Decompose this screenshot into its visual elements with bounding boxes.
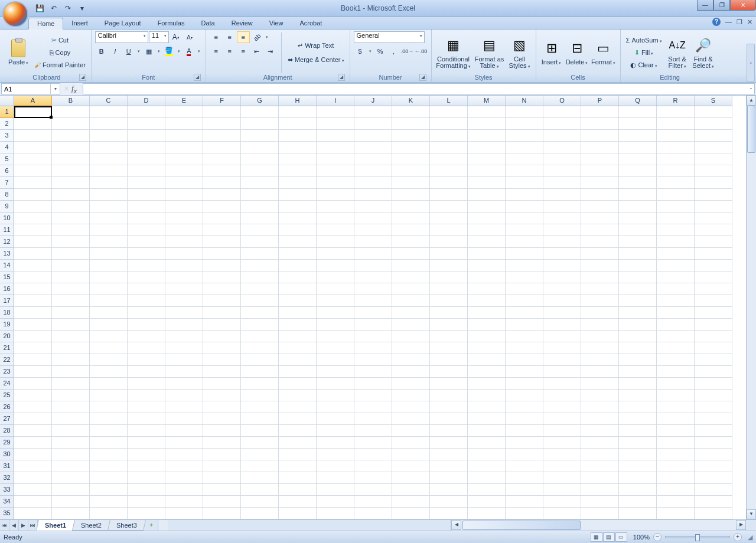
cell[interactable] bbox=[90, 342, 128, 354]
cell[interactable] bbox=[506, 378, 543, 390]
cell[interactable] bbox=[468, 177, 506, 189]
cell[interactable] bbox=[619, 177, 657, 189]
cell[interactable] bbox=[354, 484, 392, 496]
formula-bar[interactable]: ⌄ bbox=[83, 83, 755, 94]
cell[interactable] bbox=[128, 366, 165, 378]
cell[interactable] bbox=[695, 142, 732, 153]
row-header[interactable]: 15 bbox=[0, 272, 14, 283]
cell[interactable] bbox=[543, 189, 581, 201]
cell[interactable] bbox=[14, 142, 52, 153]
fill-color-dropdown[interactable]: ▾ bbox=[176, 49, 182, 54]
cell[interactable] bbox=[619, 260, 657, 272]
cell[interactable] bbox=[354, 472, 392, 484]
cell[interactable] bbox=[619, 212, 657, 224]
cell[interactable] bbox=[354, 272, 392, 283]
cell[interactable] bbox=[430, 508, 468, 519]
cell[interactable] bbox=[165, 212, 203, 224]
cell[interactable] bbox=[506, 118, 543, 130]
cell[interactable] bbox=[279, 189, 317, 201]
insert-sheet-button[interactable]: ✦ bbox=[145, 520, 158, 531]
cell[interactable] bbox=[52, 484, 90, 496]
scroll-up-button[interactable]: ▲ bbox=[747, 96, 756, 106]
cell[interactable] bbox=[14, 248, 52, 260]
cell[interactable] bbox=[430, 331, 468, 342]
cell[interactable] bbox=[52, 366, 90, 378]
cell[interactable] bbox=[354, 390, 392, 401]
cell[interactable] bbox=[543, 153, 581, 165]
cell[interactable] bbox=[14, 189, 52, 201]
cell[interactable] bbox=[392, 236, 430, 248]
cell[interactable] bbox=[279, 224, 317, 236]
cell[interactable] bbox=[581, 130, 619, 142]
cell[interactable] bbox=[165, 153, 203, 165]
cell[interactable] bbox=[90, 248, 128, 260]
row-header[interactable]: 4 bbox=[0, 142, 14, 153]
cell[interactable] bbox=[581, 236, 619, 248]
column-header[interactable]: I bbox=[317, 96, 354, 106]
cell[interactable] bbox=[468, 260, 506, 272]
cell[interactable] bbox=[657, 437, 695, 449]
cell[interactable] bbox=[52, 272, 90, 283]
cell[interactable] bbox=[506, 260, 543, 272]
cell[interactable] bbox=[203, 425, 241, 437]
cell[interactable] bbox=[430, 413, 468, 425]
cell[interactable] bbox=[657, 224, 695, 236]
cell[interactable] bbox=[392, 484, 430, 496]
cell[interactable] bbox=[128, 118, 165, 130]
cell[interactable] bbox=[543, 260, 581, 272]
cell[interactable] bbox=[392, 130, 430, 142]
cell[interactable] bbox=[354, 354, 392, 366]
cell[interactable] bbox=[657, 212, 695, 224]
column-header[interactable]: N bbox=[506, 96, 543, 106]
row-header[interactable]: 26 bbox=[0, 401, 14, 413]
cell[interactable] bbox=[14, 484, 52, 496]
row-header[interactable]: 8 bbox=[0, 189, 14, 201]
cell[interactable] bbox=[619, 118, 657, 130]
cell[interactable] bbox=[128, 295, 165, 307]
cell[interactable] bbox=[90, 401, 128, 413]
cell[interactable] bbox=[657, 260, 695, 272]
cell[interactable] bbox=[657, 401, 695, 413]
name-box-dropdown[interactable]: ▾ bbox=[50, 84, 60, 94]
cell[interactable] bbox=[695, 177, 732, 189]
orientation-button[interactable]: ab bbox=[250, 31, 263, 43]
cell[interactable] bbox=[657, 130, 695, 142]
cell[interactable] bbox=[241, 118, 279, 130]
cell[interactable] bbox=[279, 201, 317, 212]
cell[interactable] bbox=[14, 378, 52, 390]
cell[interactable] bbox=[52, 189, 90, 201]
cell[interactable] bbox=[543, 165, 581, 177]
cell[interactable] bbox=[317, 248, 354, 260]
merge-center-button[interactable]: ⬌ Merge & Center bbox=[286, 54, 346, 66]
column-header[interactable]: J bbox=[354, 96, 392, 106]
cell[interactable] bbox=[695, 106, 732, 118]
cell[interactable] bbox=[241, 248, 279, 260]
cell[interactable] bbox=[317, 272, 354, 283]
cell[interactable] bbox=[128, 248, 165, 260]
cell[interactable] bbox=[392, 460, 430, 472]
cell[interactable] bbox=[581, 283, 619, 295]
cell[interactable] bbox=[128, 272, 165, 283]
cell[interactable] bbox=[581, 484, 619, 496]
cell[interactable] bbox=[14, 437, 52, 449]
cell[interactable] bbox=[581, 248, 619, 260]
format-painter-button[interactable]: 🖌 Format Painter bbox=[32, 59, 87, 71]
cell[interactable] bbox=[392, 153, 430, 165]
cell[interactable] bbox=[619, 460, 657, 472]
cell[interactable] bbox=[543, 449, 581, 460]
cell[interactable] bbox=[90, 390, 128, 401]
number-dialog-launcher[interactable]: ◢ bbox=[419, 74, 426, 81]
mdi-close-icon[interactable]: ✕ bbox=[747, 18, 752, 26]
cell[interactable] bbox=[392, 106, 430, 118]
cell[interactable] bbox=[165, 130, 203, 142]
cell[interactable] bbox=[695, 401, 732, 413]
cell[interactable] bbox=[14, 201, 52, 212]
cell[interactable] bbox=[695, 449, 732, 460]
cell[interactable] bbox=[430, 189, 468, 201]
column-header[interactable]: O bbox=[543, 96, 581, 106]
cell[interactable] bbox=[317, 260, 354, 272]
cell[interactable] bbox=[241, 142, 279, 153]
cell[interactable] bbox=[52, 177, 90, 189]
cell[interactable] bbox=[430, 248, 468, 260]
cell[interactable] bbox=[354, 106, 392, 118]
